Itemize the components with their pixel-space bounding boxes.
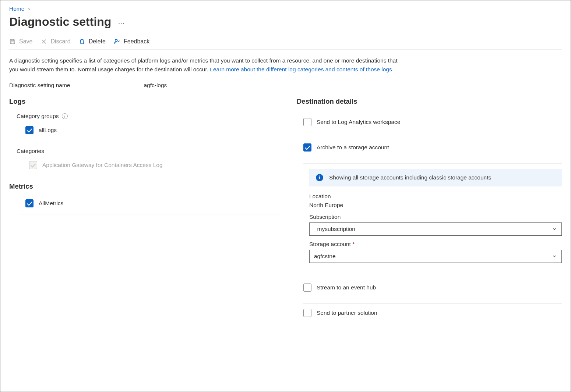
dest-eventhub-label: Stream to an event hub	[317, 284, 376, 291]
dest-law-label: Send to Log Analytics workspace	[317, 119, 400, 125]
storage-account-select[interactable]: agfcstne	[309, 250, 562, 263]
dest-storage-row: Archive to a storage account	[303, 138, 562, 157]
delete-button[interactable]: Delete	[79, 38, 106, 45]
storage-account-field: Storage account * agfcstne	[309, 241, 562, 263]
category-groups-label: Category groups i	[17, 113, 281, 120]
dest-partner-label: Send to partner solution	[317, 310, 377, 316]
delete-label: Delete	[89, 38, 106, 45]
chevron-down-icon	[552, 227, 557, 232]
storage-info-text: Showing all storage accounts including c…	[329, 174, 491, 181]
categories-label: Categories	[17, 148, 281, 154]
divider	[303, 163, 562, 164]
alllogs-row: allLogs	[25, 126, 281, 134]
divider	[18, 141, 281, 141]
more-actions-icon[interactable]: …	[118, 18, 125, 26]
trash-icon	[79, 38, 85, 45]
info-solid-icon: i	[316, 174, 323, 181]
storage-account-value: agfcstne	[314, 253, 336, 260]
chevron-down-icon	[552, 254, 557, 259]
alllogs-label: allLogs	[39, 127, 57, 133]
dest-partner-row: Send to partner solution	[303, 304, 562, 322]
dest-eventhub-row: Stream to an event hub	[303, 278, 562, 297]
destination-column: Destination details Send to Log Analytic…	[297, 97, 562, 329]
close-icon	[40, 38, 47, 45]
breadcrumb-home-link[interactable]: Home	[9, 6, 24, 12]
location-field: Location North Europe	[309, 193, 562, 209]
breadcrumb: Home ›	[9, 6, 562, 12]
toolbar: Save Discard Delete Feedback	[9, 38, 562, 50]
divider	[303, 329, 562, 329]
dest-storage-checkbox[interactable]	[303, 143, 311, 152]
category-groups-text: Category groups	[17, 113, 59, 120]
chevron-right-icon: ›	[28, 6, 30, 12]
storage-account-label: Storage account *	[309, 241, 562, 247]
setting-name-label: Diagnostic setting name	[9, 82, 70, 89]
feedback-icon	[114, 38, 120, 45]
save-button[interactable]: Save	[9, 38, 32, 45]
divider	[18, 214, 281, 214]
alllogs-checkbox[interactable]	[25, 126, 34, 134]
required-asterisk: *	[352, 241, 355, 247]
dest-law-checkbox[interactable]	[303, 118, 311, 126]
storage-info-banner: i Showing all storage accounts including…	[309, 169, 562, 186]
allmetrics-label: AllMetrics	[39, 200, 63, 207]
allmetrics-checkbox[interactable]	[25, 199, 34, 207]
logs-heading: Logs	[9, 97, 281, 106]
discard-button[interactable]: Discard	[40, 38, 70, 45]
page-title-row: Diagnostic setting …	[9, 15, 562, 29]
feedback-label: Feedback	[124, 38, 149, 45]
subscription-field: Subscription _mysubscription	[309, 214, 562, 236]
metrics-heading: Metrics	[9, 182, 281, 190]
save-label: Save	[19, 38, 32, 45]
location-value: North Europe	[309, 202, 562, 209]
description-text: A diagnostic setting specifies a list of…	[9, 56, 399, 74]
save-icon	[9, 38, 16, 45]
dest-law-row: Send to Log Analytics workspace	[303, 113, 562, 131]
svg-point-0	[115, 39, 117, 42]
info-icon[interactable]: i	[62, 113, 68, 119]
page-title: Diagnostic setting	[9, 15, 111, 29]
discard-label: Discard	[50, 38, 70, 45]
category-row-access-log: Application Gateway for Containers Acces…	[29, 161, 281, 169]
destination-heading: Destination details	[297, 97, 562, 106]
subscription-select[interactable]: _mysubscription	[309, 222, 562, 236]
location-label: Location	[309, 193, 562, 200]
dest-eventhub-checkbox[interactable]	[303, 284, 311, 292]
dest-storage-label: Archive to a storage account	[317, 144, 389, 151]
allmetrics-row: AllMetrics	[25, 199, 281, 207]
category-access-log-checkbox[interactable]	[29, 161, 37, 169]
logs-metrics-column: Logs Category groups i allLogs Categorie…	[9, 97, 281, 329]
subscription-value: _mysubscription	[314, 226, 355, 232]
storage-account-label-text: Storage account	[309, 241, 351, 247]
feedback-button[interactable]: Feedback	[114, 38, 149, 45]
learn-more-link[interactable]: Learn more about the different log categ…	[210, 66, 392, 72]
category-access-log-label: Application Gateway for Containers Acces…	[42, 162, 163, 168]
setting-name-value: agfc-logs	[144, 82, 167, 89]
dest-partner-checkbox[interactable]	[303, 309, 311, 317]
subscription-label: Subscription	[309, 214, 562, 220]
setting-name-row: Diagnostic setting name agfc-logs	[9, 82, 562, 89]
